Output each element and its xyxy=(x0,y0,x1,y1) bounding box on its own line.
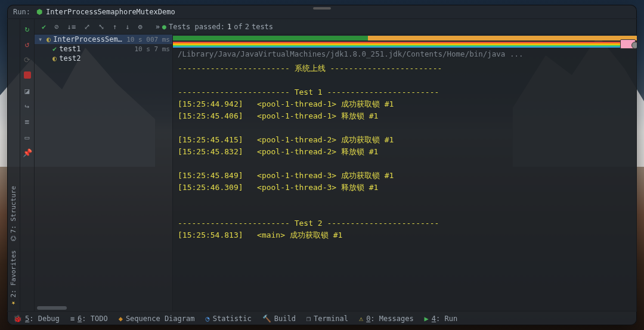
nyan-cat-icon xyxy=(620,39,636,49)
vtab-favorites-label: 2: Favorites xyxy=(10,250,17,297)
run-config-name[interactable]: InterProcessSemaphoreMutexDemo xyxy=(46,8,175,16)
total-count: 2 xyxy=(245,23,249,31)
rerun-failed-button[interactable]: ↺ xyxy=(23,39,32,49)
status-suffix: tests xyxy=(252,23,273,31)
chevron-down-icon[interactable]: ▾ xyxy=(38,35,44,43)
terminal-icon: ❐ xyxy=(306,315,311,323)
diagram-icon: ◆ xyxy=(119,315,123,323)
stop-button[interactable] xyxy=(23,70,32,80)
vtab-structure[interactable]: ⌬ 7: Structure xyxy=(7,186,20,241)
play-icon: ▶ xyxy=(425,315,429,323)
check-icon: ✔ xyxy=(52,45,57,53)
sb-build-label: Build xyxy=(274,315,296,323)
next-failed-button[interactable]: ↓ xyxy=(124,23,131,31)
vtab-structure-label: 7: Structure xyxy=(10,186,17,233)
nyan-progress-bar xyxy=(173,42,637,48)
tool-window-handle[interactable] xyxy=(313,7,331,10)
tree-horizontal-scrollbar[interactable] xyxy=(35,305,172,311)
command-line[interactable]: /Library/Java/JavaVirtualMachines/jdk1.8… xyxy=(173,48,637,60)
test-progress-bar xyxy=(173,36,637,41)
sb-terminal-label: Terminal xyxy=(314,315,348,323)
vtab-favorites[interactable]: ★ 2: Favorites xyxy=(7,250,20,307)
show-ignored-toggle[interactable]: ⊘ xyxy=(53,23,60,31)
running-icon: ◐ xyxy=(47,35,51,43)
tree-item-test2[interactable]: ◐ test2 xyxy=(35,54,172,63)
collapse-all-button[interactable]: ⤡ xyxy=(97,23,106,31)
sb-sequence-label: Sequence Diagram xyxy=(126,315,195,323)
run-label: Run: xyxy=(13,8,30,16)
tree-item-duration: 10 s 7 ms xyxy=(134,45,170,53)
tree-item-test1[interactable]: ✔ test1 10 s 7 ms xyxy=(35,44,172,54)
history-button[interactable]: ↪ xyxy=(23,101,32,111)
passed-count: 1 xyxy=(227,23,231,31)
run-config-icon: ⬢ xyxy=(36,8,42,16)
test-settings-button[interactable]: ⚙ xyxy=(137,23,143,31)
tree-item-name: test2 xyxy=(59,54,168,63)
export-button[interactable]: ≡ xyxy=(23,117,32,126)
tree-root-name: InterProcessSemap xyxy=(53,35,124,43)
prev-failed-button[interactable]: ↑ xyxy=(112,23,118,31)
tree-root[interactable]: ▾ ◐ InterProcessSemap 10 s 007 ms xyxy=(35,35,172,44)
tests-status: » ● Tests passed: 1 of 2 tests xyxy=(156,23,273,31)
pass-dot-icon: ● xyxy=(162,23,166,31)
scrollbar-thumb[interactable] xyxy=(37,306,67,310)
show-passed-toggle[interactable]: ✔ xyxy=(41,23,47,31)
dump-threads-button[interactable]: ◪ xyxy=(23,86,32,95)
bug-icon: 🐞 xyxy=(13,315,22,323)
console-output[interactable]: ------------------------ 系统上线 ----------… xyxy=(173,60,637,311)
hammer-icon: 🔨 xyxy=(262,315,271,323)
tool-window-debug[interactable]: 🐞5: Debug xyxy=(13,315,60,323)
tool-window-todo[interactable]: ≡6: TODO xyxy=(70,315,108,323)
of-word: of xyxy=(234,23,242,31)
layout-button[interactable]: ▭ xyxy=(23,132,32,142)
star-icon: ★ xyxy=(10,300,17,307)
chart-icon: ◔ xyxy=(205,315,209,323)
status-prefix: Tests passed: xyxy=(169,23,225,31)
expand-all-button[interactable]: ⤢ xyxy=(83,23,91,31)
structure-icon: ⌬ xyxy=(10,236,17,242)
tool-window-statistic[interactable]: ◔Statistic xyxy=(205,315,251,323)
tool-window-run[interactable]: ▶4: Run xyxy=(425,315,458,323)
running-icon: ◐ xyxy=(52,54,57,63)
sort-button[interactable]: ↓≡ xyxy=(66,23,76,31)
sb-statistic-label: Statistic xyxy=(213,315,252,323)
tool-window-sequence[interactable]: ◆Sequence Diagram xyxy=(119,315,195,323)
rerun-button[interactable]: ↻ xyxy=(23,24,32,33)
message-icon: ⚠ xyxy=(359,315,363,323)
tool-window-messages[interactable]: ⚠0: Messages xyxy=(359,315,414,323)
pin-button[interactable]: 📌 xyxy=(23,148,32,157)
tool-window-terminal[interactable]: ❐Terminal xyxy=(306,315,348,323)
todo-icon: ≡ xyxy=(70,315,75,323)
tree-item-name: test1 xyxy=(59,45,132,53)
tool-window-build[interactable]: 🔨Build xyxy=(262,315,296,323)
toggle-autotest-button[interactable]: ⟳ xyxy=(23,55,32,64)
tree-root-duration: 10 s 007 ms xyxy=(126,36,170,43)
